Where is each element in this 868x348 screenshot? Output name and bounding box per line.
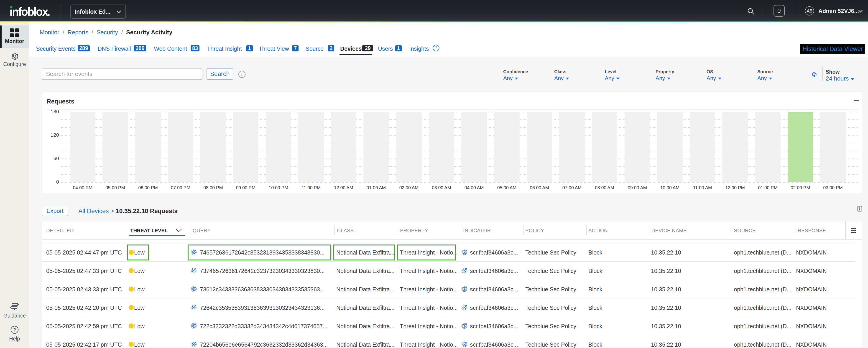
svg-text:?: ? [13, 327, 16, 332]
svg-text:?: ? [435, 46, 437, 50]
svg-text:i: i [241, 72, 243, 77]
